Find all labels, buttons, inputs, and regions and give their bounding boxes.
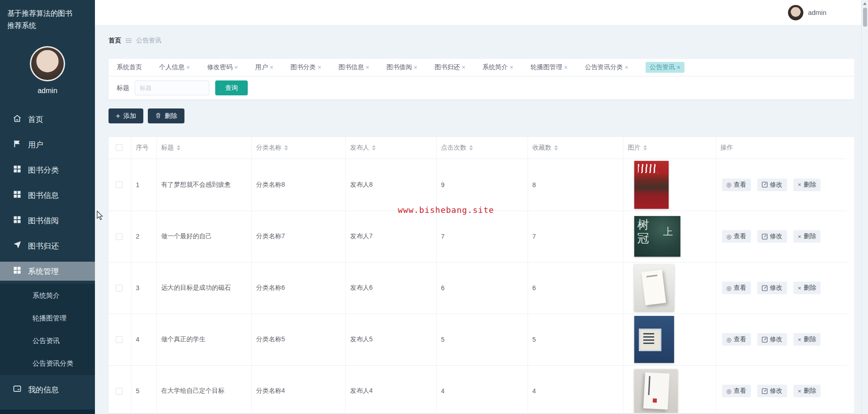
close-icon[interactable]: × <box>269 64 273 71</box>
close-icon[interactable]: × <box>366 64 369 71</box>
row-checkbox[interactable] <box>116 233 123 240</box>
edit-icon <box>762 388 768 394</box>
delete-button[interactable]: 删除 <box>148 108 184 123</box>
sidebar-item-label: 图书借阅 <box>28 216 59 226</box>
app-title-line2: 推荐系统 <box>7 19 88 32</box>
search-button[interactable]: 查询 <box>215 80 248 95</box>
tab-book-borrow[interactable]: 图书借阅× <box>387 63 417 71</box>
sort-icon[interactable] <box>643 145 647 151</box>
book-cover-image[interactable] <box>634 161 669 209</box>
breadcrumb-separator-icon <box>126 38 132 43</box>
view-button[interactable]: ◎查看 <box>722 282 751 294</box>
delete-row-button[interactable]: ×删除 <box>793 385 821 397</box>
book-cover-image[interactable] <box>634 369 678 413</box>
book-cover-image[interactable] <box>634 264 674 311</box>
close-icon[interactable]: × <box>625 64 628 71</box>
grid-icon <box>13 190 22 201</box>
close-icon[interactable]: × <box>414 64 417 71</box>
tab-book-return[interactable]: 图书归还× <box>434 63 465 71</box>
cell-favorites: 6 <box>528 262 623 314</box>
add-button[interactable]: + 添加 <box>108 108 143 123</box>
sidebar-item-label: 图书归还 <box>28 241 59 251</box>
breadcrumb: 首页 公告资讯 <box>108 37 854 45</box>
close-icon[interactable]: × <box>186 64 190 71</box>
close-icon[interactable]: × <box>677 64 680 71</box>
sort-icon[interactable] <box>469 145 473 151</box>
breadcrumb-home[interactable]: 首页 <box>108 37 121 45</box>
delete-row-button[interactable]: ×删除 <box>793 230 821 243</box>
sidebar-bottom-strip <box>0 409 95 414</box>
edit-button[interactable]: 修改 <box>757 282 787 294</box>
tab-users[interactable]: 用户× <box>255 63 273 71</box>
tab-book-categories[interactable]: 图书分类× <box>291 63 321 71</box>
tab-announcement-categories[interactable]: 公告资讯分类× <box>585 63 628 71</box>
sidebar-subitem-system-intro[interactable]: 系统简介 <box>0 284 95 307</box>
sidebar-item-book-categories[interactable]: 图书分类 <box>0 157 95 183</box>
tab-system-home[interactable]: 系统首页 <box>117 63 142 71</box>
sidebar-item-book-borrow[interactable]: 图书借阅 <box>0 208 95 233</box>
view-button[interactable]: ◎查看 <box>722 333 751 346</box>
sidebar-subitem-carousel-management[interactable]: 轮播图管理 <box>0 307 95 329</box>
book-cover-text: 树冠 <box>637 218 651 245</box>
sidebar-username: admin <box>0 87 95 95</box>
close-icon[interactable]: × <box>509 64 513 71</box>
book-cover-image[interactable]: 树冠 上 <box>634 216 680 257</box>
row-checkbox[interactable] <box>116 285 123 292</box>
close-icon[interactable]: × <box>462 64 465 71</box>
delete-icon: × <box>798 337 802 343</box>
tab-carousel-management[interactable]: 轮播图管理× <box>531 63 568 71</box>
site-watermark: www.bishebang.site <box>398 205 494 215</box>
sidebar-item-users[interactable]: 用户 <box>0 132 95 157</box>
row-actions: ◎查看 修改 ×删除 <box>721 230 847 243</box>
sort-icon[interactable] <box>554 145 558 151</box>
scrollbar-up-arrow-icon[interactable] <box>863 2 867 5</box>
edit-button[interactable]: 修改 <box>757 333 787 346</box>
row-checkbox[interactable] <box>116 388 123 395</box>
row-checkbox[interactable] <box>116 336 123 343</box>
delete-row-button[interactable]: ×删除 <box>793 179 821 191</box>
cell-publisher: 发布人6 <box>345 262 436 314</box>
page-scrollbar[interactable] <box>861 0 868 414</box>
tabs-and-search-card: 系统首页 个人信息× 修改密码× 用户× 图书分类× 图书信息× 图书借阅× 图… <box>108 59 854 99</box>
row-checkbox[interactable] <box>116 181 123 188</box>
sidebar-subitem-announcement-categories[interactable]: 公告资讯分类 <box>0 352 95 375</box>
close-icon[interactable]: × <box>234 64 238 71</box>
column-header-image: 图片 <box>628 144 641 152</box>
sidebar-item-book-return[interactable]: 图书归还 <box>0 233 95 259</box>
cell-publisher: 发布人4 <box>345 365 436 413</box>
title-search-input[interactable] <box>135 80 209 95</box>
search-field-label: 标题 <box>117 84 129 92</box>
tab-book-info[interactable]: 图书信息× <box>339 63 369 71</box>
delete-row-button[interactable]: ×删除 <box>793 282 821 294</box>
sort-icon[interactable] <box>372 145 376 151</box>
view-icon: ◎ <box>726 182 731 188</box>
tab-announcements-active[interactable]: 公告资讯× <box>646 62 684 73</box>
view-button[interactable]: ◎查看 <box>722 385 751 397</box>
topbar-avatar[interactable] <box>788 5 803 20</box>
edit-button[interactable]: 修改 <box>757 230 787 243</box>
edit-button[interactable]: 修改 <box>757 385 787 397</box>
sidebar-item-home[interactable]: 首页 <box>0 107 95 132</box>
tab-change-password[interactable]: 修改密码× <box>207 63 238 71</box>
sort-icon[interactable] <box>177 145 180 151</box>
book-cover-image[interactable] <box>634 316 674 363</box>
sidebar-item-my-info[interactable]: 我的信息 <box>0 377 95 402</box>
cell-clicks: 9 <box>436 159 528 211</box>
topbar-username: admin <box>808 9 826 16</box>
edit-icon <box>762 285 768 291</box>
row-actions: ◎查看 修改 ×删除 <box>721 282 847 294</box>
view-button[interactable]: ◎查看 <box>722 230 751 243</box>
tab-personal-info[interactable]: 个人信息× <box>159 63 190 71</box>
delete-row-button[interactable]: ×删除 <box>793 333 821 346</box>
view-button[interactable]: ◎查看 <box>722 179 751 191</box>
sidebar-subitem-announcements[interactable]: 公告资讯 <box>0 329 95 352</box>
scrollbar-thumb[interactable] <box>863 8 867 27</box>
sort-icon[interactable] <box>284 145 288 151</box>
close-icon[interactable]: × <box>318 64 321 71</box>
tab-system-intro[interactable]: 系统简介× <box>482 63 513 71</box>
close-icon[interactable]: × <box>564 64 568 71</box>
sidebar-item-book-info[interactable]: 图书信息 <box>0 183 95 208</box>
edit-button[interactable]: 修改 <box>757 179 787 191</box>
select-all-checkbox[interactable] <box>116 144 123 151</box>
sidebar-item-system-management[interactable]: 系统管理 <box>0 259 95 284</box>
